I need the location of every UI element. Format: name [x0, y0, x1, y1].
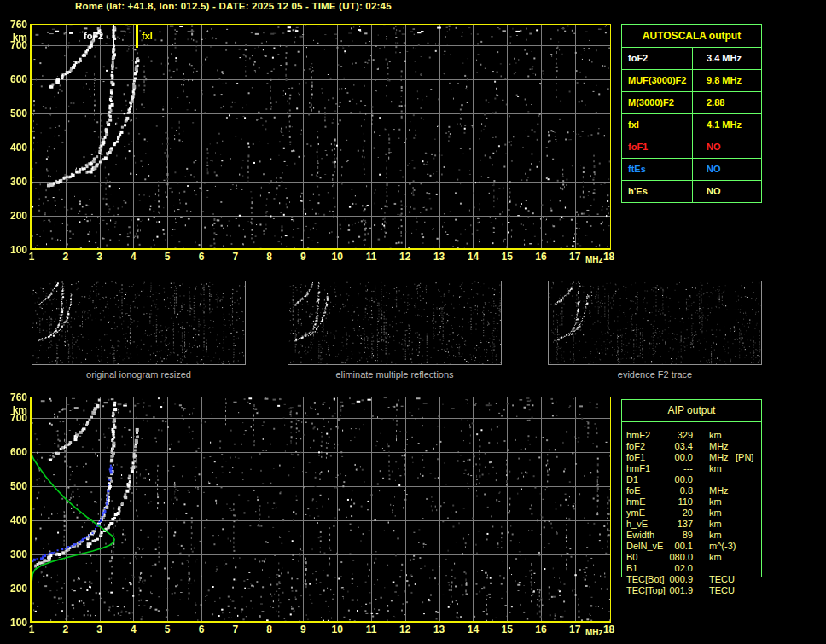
table-row: D100.0: [621, 474, 792, 485]
thumbnail-original-ionogram: [32, 281, 246, 365]
table-row: TEC[Bot]000.9TECU: [621, 574, 792, 585]
table-row: h_vE137km: [621, 519, 792, 530]
table-row: ftEs NO: [622, 159, 761, 181]
table-row: foF1 NO: [622, 136, 761, 159]
table-row: B102.0: [621, 563, 792, 574]
x-axis-tick: 10: [327, 252, 347, 262]
autoscala-table-title: AUTOSCALA output: [622, 25, 761, 48]
thumbnail-canvas: [32, 281, 245, 364]
table-row: TEC[Top]001.9TECU: [621, 585, 792, 596]
param-value: 080.0: [647, 552, 693, 563]
param-value: 3.4 MHz: [693, 48, 761, 69]
x-axis-tick: 14: [462, 252, 483, 262]
param-unit: TECU: [709, 585, 748, 596]
y-axis-tick: 200: [2, 211, 27, 221]
param-unit: TECU: [709, 574, 748, 585]
x-axis-tick: 7: [225, 252, 246, 262]
x-axis-tick: 5: [157, 252, 177, 262]
x-axis-tick: 9: [293, 624, 313, 635]
param-value: 20: [647, 508, 693, 519]
x-axis-tick: 8: [259, 624, 280, 635]
thumbnail-canvas: [288, 281, 501, 364]
param-value: 2.88: [693, 92, 761, 113]
param-unit: MHz: [709, 485, 748, 496]
table-row: M(3000)F2 2.88: [622, 92, 761, 114]
param-value: 02.0: [647, 563, 693, 574]
x-axis-tick: 13: [429, 624, 450, 635]
param-label: MUF(3000)F2: [622, 70, 693, 91]
x-axis-tick: 16: [531, 252, 551, 262]
param-unit: km: [709, 519, 748, 530]
x-axis-tick: 16: [531, 624, 551, 635]
y-axis-tick: 500: [2, 481, 27, 491]
y-axis-tick: 500: [2, 108, 27, 119]
x-axis-tick: 4: [123, 624, 143, 635]
param-unit: km: [709, 430, 748, 441]
param-label: h'Es: [622, 181, 693, 202]
param-value: 00.1: [647, 541, 693, 552]
x-axis-tick: 5: [157, 624, 177, 635]
param-label: foF2: [622, 48, 693, 69]
thumbnail-caption: eliminate multiple reflections: [288, 369, 502, 380]
x-axis-tick: 11: [361, 252, 381, 262]
param-value: 137: [647, 519, 693, 530]
y-axis-tick: 760: [2, 20, 27, 30]
param-value: 001.9: [647, 585, 693, 596]
x-axis-tick: 7: [225, 624, 246, 635]
x-axis-tick: 14: [462, 624, 483, 635]
x-axis-tick: 2: [55, 624, 76, 635]
fof2-marker-line: [113, 25, 114, 50]
param-value: 89: [647, 530, 693, 541]
param-value: 110: [647, 496, 693, 508]
autoscala-app-window: Rome (lat: +41.8, lon: 012.5) - DATE: 20…: [0, 0, 826, 644]
y-axis-unit-label: km: [2, 405, 27, 415]
table-row: foE0.8MHz: [621, 485, 792, 496]
thumbnail-eliminate-reflections: [288, 281, 502, 365]
x-axis-tick: 13: [429, 252, 450, 262]
param-label: M(3000)F2: [622, 92, 693, 113]
param-value: 00.0: [647, 474, 693, 485]
param-value: 9.8 MHz: [693, 70, 761, 91]
y-axis-tick: 600: [2, 447, 27, 457]
fxi-label: fxI: [142, 32, 153, 41]
bottom-ionogram-canvas: [32, 397, 610, 621]
y-axis-tick: 600: [2, 74, 27, 84]
x-axis-tick: 3: [90, 252, 110, 262]
param-value: 00.0: [647, 452, 693, 463]
y-axis-tick: 760: [2, 392, 27, 403]
x-axis-tick: 6: [191, 252, 212, 262]
table-row: foF2 3.4 MHz: [622, 48, 761, 70]
param-unit: m^(-3): [709, 541, 748, 552]
table-row: Ewidth89km: [621, 530, 792, 541]
page-title: Rome (lat: +41.8, lon: 012.5) - DATE: 20…: [75, 1, 392, 11]
param-label: fxI: [622, 114, 693, 136]
y-axis-tick: 200: [2, 583, 27, 594]
param-label: foF1: [622, 136, 693, 158]
x-axis-tick: 1: [21, 252, 42, 262]
x-axis-tick: 4: [123, 252, 143, 262]
aip-table-title: AIP output: [621, 404, 762, 416]
x-axis-tick: 17: [565, 624, 585, 635]
y-axis-tick: 400: [2, 515, 27, 525]
x-axis-tick: 12: [395, 624, 416, 635]
param-note: [PN]: [736, 452, 770, 463]
table-row: ymE20km: [621, 508, 792, 519]
param-label: ftEs: [622, 159, 693, 180]
y-axis-tick: 300: [2, 549, 27, 560]
table-row: h'Es NO: [622, 181, 761, 202]
x-axis-tick: 15: [497, 624, 517, 635]
x-axis-tick: 12: [395, 252, 416, 262]
param-value: 4.1 MHz: [693, 114, 761, 136]
thumbnail-caption: evidence F2 trace: [548, 369, 762, 380]
x-axis-tick: 15: [497, 252, 517, 262]
aip-output-table: AIP output hmF2329km foF203.4MHz foF100.…: [621, 399, 792, 600]
param-unit: km: [709, 463, 748, 474]
aip-header-divider: [622, 421, 761, 422]
param-value: 03.4: [647, 441, 693, 452]
param-value: 000.9: [647, 574, 693, 585]
x-axis-tick: 10: [327, 624, 347, 635]
y-axis-tick: 300: [2, 177, 27, 187]
x-axis-tick: 8: [259, 252, 280, 262]
x-axis-unit-label: MHz: [585, 628, 603, 638]
table-row: hmF1---km: [621, 463, 792, 474]
